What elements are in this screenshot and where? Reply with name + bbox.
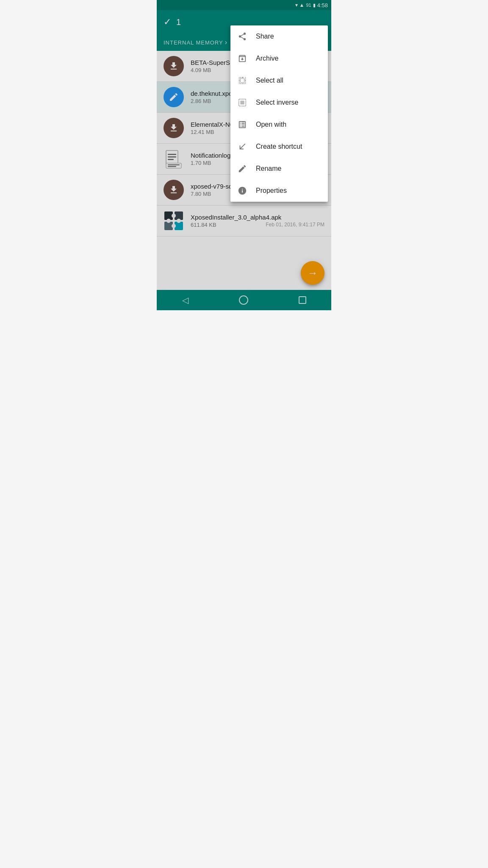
menu-label-select-all: Select all [256, 77, 283, 84]
share-icon [237, 31, 247, 42]
svg-rect-17 [240, 100, 244, 104]
menu-label-properties: Properties [256, 187, 287, 195]
rename-svg [238, 164, 247, 173]
select-all-svg [238, 76, 247, 85]
context-menu: Share Archive Select all Select inverse [230, 25, 328, 202]
menu-item-select-inverse[interactable]: Select inverse [230, 92, 328, 114]
menu-label-rename: Rename [256, 165, 281, 172]
select-inverse-icon [237, 97, 247, 108]
menu-label-open-with: Open with [256, 121, 286, 128]
open-with-icon [237, 120, 247, 130]
info-svg [238, 186, 247, 195]
menu-label-select-inverse: Select inverse [256, 99, 299, 106]
menu-item-rename[interactable]: Rename [230, 158, 328, 180]
menu-label-archive: Archive [256, 55, 278, 62]
select-inverse-svg [238, 98, 247, 107]
menu-item-properties[interactable]: Properties [230, 180, 328, 202]
create-shortcut-icon [237, 142, 247, 152]
svg-rect-15 [240, 78, 244, 82]
menu-item-open-with[interactable]: Open with [230, 114, 328, 136]
share-svg [238, 32, 247, 41]
properties-icon [237, 186, 247, 196]
menu-item-create-shortcut[interactable]: Create shortcut [230, 136, 328, 158]
rename-icon [237, 164, 247, 174]
menu-item-share[interactable]: Share [230, 25, 328, 47]
open-with-svg [238, 120, 247, 129]
menu-label-create-shortcut: Create shortcut [256, 143, 302, 150]
archive-svg [238, 54, 247, 63]
menu-item-select-all[interactable]: Select all [230, 70, 328, 92]
menu-item-archive[interactable]: Archive [230, 47, 328, 70]
shortcut-svg [238, 142, 247, 151]
archive-icon [237, 53, 247, 64]
menu-label-share: Share [256, 33, 274, 40]
select-all-icon [237, 75, 247, 86]
